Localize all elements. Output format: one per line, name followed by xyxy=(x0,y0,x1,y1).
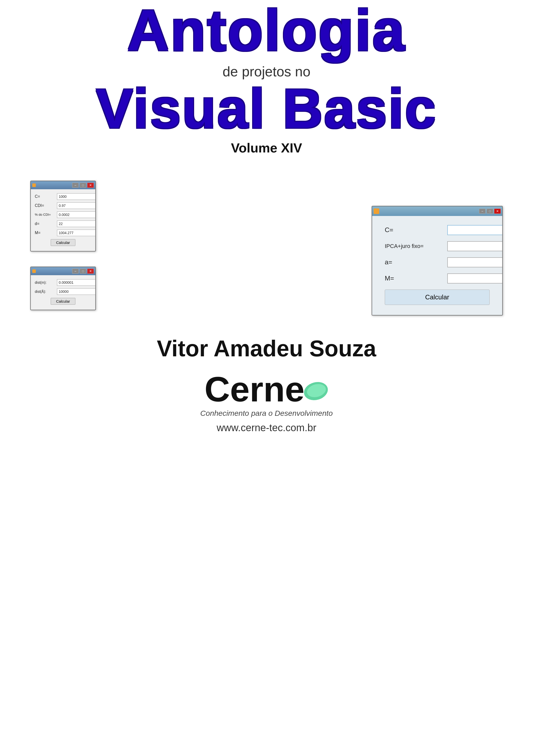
screenshots-area: – □ ✕ C= CDI= % do CDI= xyxy=(0,176,533,315)
input-dist-a[interactable] xyxy=(57,288,96,295)
input-c[interactable] xyxy=(57,193,96,200)
author-section: Vitor Amadeu Souza xyxy=(157,336,376,362)
row-dist-m: dist(m): xyxy=(35,279,91,286)
input-cdi[interactable] xyxy=(57,202,96,209)
input-dist-m[interactable] xyxy=(57,279,96,286)
label-ipca-c: C= xyxy=(385,226,445,234)
dialog-cdi: – □ ✕ C= CDI= % do CDI= xyxy=(30,181,96,252)
close-btn-dist[interactable]: ✕ xyxy=(87,269,94,274)
label-dist-a: dist(Å): xyxy=(35,289,55,294)
author-name: Vitor Amadeu Souza xyxy=(157,336,376,362)
minimize-btn-dist[interactable]: – xyxy=(72,269,79,274)
label-d: d= xyxy=(35,222,55,226)
maximize-btn-ipca[interactable]: □ xyxy=(487,209,493,214)
label-cdi: CDI= xyxy=(35,203,55,208)
row-ipca-rate: IPCA+juro fixo= xyxy=(385,241,490,251)
label-dist-m: dist(m): xyxy=(35,281,55,284)
win-controls-dist: – □ ✕ xyxy=(72,269,94,274)
win-controls-ipca: – □ ✕ xyxy=(479,209,501,214)
subtitle-de-projetos: de projetos no xyxy=(223,64,311,80)
label-ipca-rate: IPCA+juro fixo= xyxy=(385,243,445,250)
calc-btn-cdi[interactable]: Calcular xyxy=(51,239,75,246)
dialog-ipca: – □ ✕ C= IPCA+juro fixo= a= xyxy=(372,206,503,315)
input-ipca-m[interactable] xyxy=(447,273,503,284)
calc-btn-dist[interactable]: Calcular xyxy=(51,298,75,305)
titlebar-cdi: – □ ✕ xyxy=(31,181,95,189)
row-ipca-c: C= xyxy=(385,225,490,235)
calc-btn-ipca[interactable]: Calcular xyxy=(385,289,490,305)
cerne-tagline: Conhecimento para o Desenvolvimento xyxy=(200,409,333,418)
page: Antologia de projetos no Visual Basic Vo… xyxy=(0,0,533,756)
titlebar-dist: – □ ✕ xyxy=(31,267,95,275)
label-pct-cdi: % do CDI= xyxy=(35,213,55,216)
row-c: C= xyxy=(35,193,91,200)
input-ipca-a[interactable] xyxy=(447,257,503,267)
cerne-text: Cerne xyxy=(205,372,305,407)
title-antologia: Antologia xyxy=(127,0,406,61)
volume-text: Volume XIV xyxy=(231,140,302,155)
row-ipca-m: M= xyxy=(385,273,490,284)
minimize-btn-ipca[interactable]: – xyxy=(479,209,486,214)
input-ipca-rate[interactable] xyxy=(447,241,503,251)
minimize-btn-cdi[interactable]: – xyxy=(72,183,79,188)
row-pct-cdi: % do CDI= xyxy=(35,211,91,218)
input-pct-cdi[interactable] xyxy=(57,211,96,218)
label-ipca-a: a= xyxy=(385,258,445,266)
label-ipca-m: M= xyxy=(385,274,445,282)
body-dist: dist(m): dist(Å): Calcular xyxy=(31,275,95,310)
cerne-main: Cerne xyxy=(205,372,328,407)
titlebar-icon-ipca xyxy=(374,208,379,214)
dialog-dist: – □ ✕ dist(m): dist(Å): Calcular xyxy=(30,267,96,310)
row-ipca-a: a= xyxy=(385,257,490,267)
row-m: M= xyxy=(35,230,91,236)
close-btn-ipca[interactable]: ✕ xyxy=(494,209,501,214)
input-d[interactable] xyxy=(57,221,96,227)
close-btn-cdi[interactable]: ✕ xyxy=(87,183,94,188)
maximize-btn-cdi[interactable]: □ xyxy=(80,183,86,188)
label-m: M= xyxy=(35,230,55,235)
row-dist-a: dist(Å): xyxy=(35,288,91,295)
cerne-url: www.cerne-tec.com.br xyxy=(216,422,317,433)
titlebar-icon-cdi xyxy=(32,183,36,187)
body-cdi: C= CDI= % do CDI= d= xyxy=(31,189,95,251)
row-d: d= xyxy=(35,221,91,227)
body-ipca: C= IPCA+juro fixo= a= M= Calcular xyxy=(372,216,502,315)
row-cdi: CDI= xyxy=(35,202,91,209)
left-screenshots: – □ ✕ C= CDI= % do CDI= xyxy=(30,181,96,310)
input-m[interactable] xyxy=(57,230,96,236)
titlebar-icon-dist xyxy=(32,269,36,273)
logo-section: Cerne Conhecimento para o Desenvolviment… xyxy=(200,372,333,433)
titlebar-ipca: – □ ✕ xyxy=(372,206,502,216)
label-c: C= xyxy=(35,194,55,199)
title-visual-basic: Visual Basic xyxy=(96,80,437,138)
cerne-leaf-icon xyxy=(303,380,328,402)
win-controls-cdi: – □ ✕ xyxy=(72,183,94,188)
maximize-btn-dist[interactable]: □ xyxy=(80,269,86,274)
cerne-logo: Cerne Conhecimento para o Desenvolviment… xyxy=(200,372,333,433)
input-ipca-c[interactable] xyxy=(447,225,503,235)
